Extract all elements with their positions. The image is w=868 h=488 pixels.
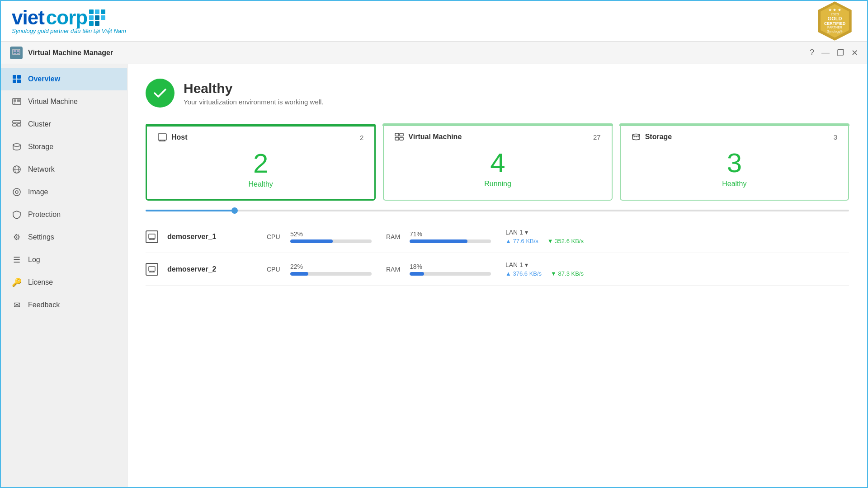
server-1-cpu-bar <box>290 239 372 243</box>
title-controls[interactable]: ? — ❐ ✕ <box>810 48 858 58</box>
server-2-ram-value: 18% <box>410 263 426 270</box>
svg-rect-20 <box>14 99 16 102</box>
sidebar-label-settings: Settings <box>28 233 54 241</box>
close-button[interactable]: ✕ <box>851 48 858 58</box>
svg-rect-14 <box>17 53 19 54</box>
help-button[interactable]: ? <box>810 48 814 58</box>
cluster-icon <box>12 119 22 129</box>
storage-card-icon <box>632 133 641 141</box>
storage-icon <box>12 142 22 152</box>
cards-row: Host 2 2 Healthy <box>146 124 849 201</box>
sidebar-item-image[interactable]: Image <box>1 181 127 203</box>
server-1-download: ▼ 352.6 KB/s <box>547 238 584 244</box>
svg-rect-4 <box>95 15 99 20</box>
sidebar-label-network: Network <box>28 165 55 174</box>
host-card-status: Healthy <box>158 180 363 188</box>
sidebar-item-overview[interactable]: Overview <box>1 68 127 90</box>
storage-card-number: 3 <box>632 148 837 178</box>
image-icon <box>12 187 22 197</box>
svg-rect-25 <box>17 124 21 126</box>
vm-card-status: Running <box>395 180 600 188</box>
host-card[interactable]: Host 2 2 Healthy <box>146 124 376 201</box>
health-header: Healthy Your virtualization environment … <box>146 79 849 108</box>
health-icon <box>146 79 175 108</box>
protection-icon <box>12 210 22 220</box>
server-1-icon <box>146 230 158 243</box>
sidebar-item-cluster[interactable]: Cluster <box>1 113 127 136</box>
vm-card-count: 27 <box>593 133 601 141</box>
svg-point-31 <box>15 191 18 193</box>
svg-rect-7 <box>95 21 99 26</box>
svg-rect-37 <box>400 133 403 136</box>
server-2-speeds: ▲ 376.6 KB/s ▼ 87.3 KB/s <box>505 270 584 277</box>
svg-rect-10 <box>13 49 20 55</box>
svg-rect-22 <box>14 103 15 103</box>
svg-rect-38 <box>395 137 399 140</box>
sidebar-item-network[interactable]: Network <box>1 158 127 181</box>
sidebar-item-storage[interactable]: Storage <box>1 136 127 158</box>
sidebar-item-log[interactable]: ☰ Log <box>1 249 127 271</box>
svg-rect-16 <box>17 75 21 79</box>
svg-point-30 <box>13 188 20 196</box>
sidebar-item-settings[interactable]: ⚙ Settings <box>1 226 127 249</box>
badge-partner: PARTNER <box>824 25 846 28</box>
server-2-cpu-label: CPU <box>267 266 285 273</box>
storage-card[interactable]: Storage 3 3 Healthy <box>620 124 849 201</box>
sidebar-label-log: Log <box>28 256 40 264</box>
sidebar-item-virtual-machine[interactable]: Virtual Machine <box>1 90 127 113</box>
server-1-cpu-label: CPU <box>267 233 285 240</box>
server-1-cpu-value: 52% <box>290 230 307 238</box>
svg-rect-42 <box>149 234 155 239</box>
log-icon: ☰ <box>12 255 22 265</box>
badge-gold: GOLD <box>824 16 846 21</box>
sidebar-label-image: Image <box>28 188 48 196</box>
svg-rect-0 <box>89 9 94 14</box>
svg-rect-13 <box>14 53 16 54</box>
sidebar-item-protection[interactable]: Protection <box>1 203 127 226</box>
server-2-cpu-fill <box>290 272 308 276</box>
svg-rect-18 <box>17 80 21 83</box>
sidebar-item-license[interactable]: 🔑 License <box>1 271 127 294</box>
settings-icon: ⚙ <box>12 232 22 242</box>
server-2-metrics: CPU 22% RAM 18% <box>267 261 849 277</box>
vm-card-number: 4 <box>395 148 600 178</box>
sidebar-label-license: License <box>28 278 53 286</box>
server-2-icon <box>146 263 158 276</box>
virtual-machine-icon <box>12 97 22 107</box>
logo-icon <box>89 9 105 26</box>
minimize-button[interactable]: — <box>821 48 830 58</box>
server-1-ram-label: RAM <box>386 233 404 240</box>
server-1-name: demoserver_1 <box>167 233 258 241</box>
top-bar: viet corp Synology gold partner đầu tiên… <box>1 1 867 42</box>
sidebar-item-feedback[interactable]: ✉ Feedback <box>1 294 127 316</box>
health-text: Healthy Your virtualization environment … <box>184 81 324 106</box>
svg-rect-36 <box>395 133 399 136</box>
scroll-bar[interactable] <box>146 210 849 211</box>
svg-rect-12 <box>17 50 19 52</box>
logo-brand: viet <box>12 8 44 28</box>
feedback-icon: ✉ <box>12 300 22 310</box>
app-title: Virtual Machine Manager <box>28 49 113 57</box>
sidebar-label-feedback: Feedback <box>28 301 60 309</box>
server-1-lan: LAN 1 ▾ ▲ 77.6 KB/s ▼ 352.6 KB/s <box>505 229 584 244</box>
sidebar: Overview Virtual Machine Cluster Storage… <box>1 64 127 488</box>
scroll-thumb <box>146 210 236 211</box>
svg-rect-32 <box>158 134 166 140</box>
host-card-icon <box>158 133 167 141</box>
svg-rect-11 <box>14 50 16 52</box>
card-top-bar-host <box>146 124 376 127</box>
server-row-2: demoserver_2 CPU 22% RAM 18% <box>146 253 849 286</box>
svg-rect-15 <box>13 75 16 79</box>
content-area: Healthy Your virtualization environment … <box>127 64 867 488</box>
svg-rect-2 <box>101 9 105 14</box>
maximize-button[interactable]: ❐ <box>837 48 844 58</box>
card-title-host: Host <box>158 133 188 141</box>
vm-card[interactable]: Virtual Machine 27 4 Running <box>383 124 612 201</box>
sidebar-label-cluster: Cluster <box>28 120 51 128</box>
scroll-handle[interactable] <box>231 207 238 214</box>
server-1-speeds: ▲ 77.6 KB/s ▼ 352.6 KB/s <box>505 238 584 244</box>
title-bar: Virtual Machine Manager ? — ❐ ✕ <box>1 42 867 64</box>
svg-rect-46 <box>149 267 155 271</box>
server-2-ram-fill <box>410 272 424 276</box>
server-1-cpu-fill <box>290 239 333 243</box>
